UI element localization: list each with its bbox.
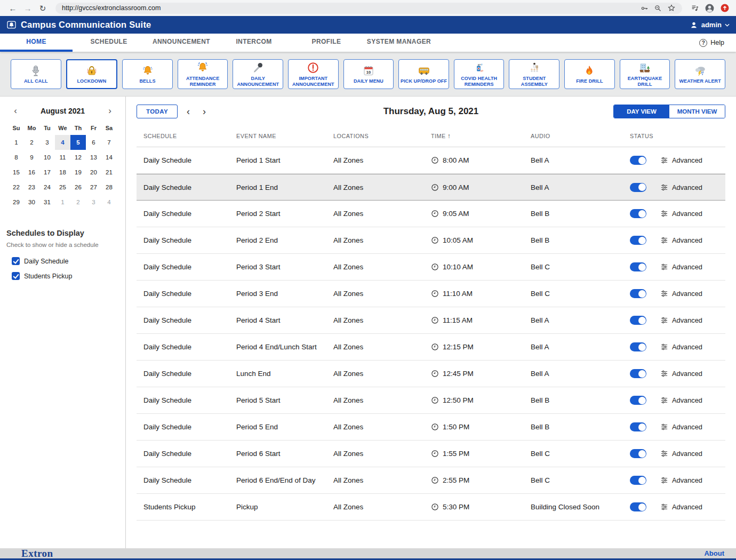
status-toggle[interactable] — [630, 316, 646, 325]
table-row[interactable]: Daily Schedule Period 5 Start All Zones … — [137, 387, 725, 414]
status-toggle[interactable] — [630, 342, 646, 351]
status-toggle[interactable] — [630, 449, 646, 458]
quick-action-weather-alert[interactable]: WEATHER ALERT — [675, 59, 725, 89]
tab-profile[interactable]: PROFILE — [290, 34, 363, 52]
advanced-link[interactable]: Advanced — [660, 343, 702, 351]
table-row[interactable]: Students Pickup Pickup All Zones 5:30 PM… — [137, 494, 725, 521]
quick-action-daily-menu[interactable]: 10 DAILY MENU — [343, 59, 394, 89]
calendar-day[interactable]: 8 — [9, 150, 24, 165]
calendar-day[interactable]: 3 — [86, 195, 101, 210]
checkbox-checked-icon[interactable] — [12, 257, 20, 265]
calendar-day[interactable]: 1 — [55, 195, 70, 210]
status-toggle[interactable] — [630, 289, 646, 298]
tab-announcement[interactable]: ANNOUNCEMENT — [145, 34, 218, 52]
advanced-link[interactable]: Advanced — [660, 183, 702, 191]
table-row[interactable]: Daily Schedule Period 6 Start All Zones … — [137, 441, 725, 467]
calendar-day[interactable]: 3 — [39, 135, 55, 150]
calendar-day[interactable]: 20 — [86, 165, 101, 180]
view-button-day-view[interactable]: DAY VIEW — [614, 105, 669, 118]
quick-action-all-call[interactable]: ALL CALL — [11, 59, 61, 89]
bookmark-star-icon[interactable] — [667, 4, 676, 12]
calendar-day[interactable]: 1 — [9, 135, 24, 150]
table-row[interactable]: Daily Schedule Period 4 End/Lunch Start … — [137, 334, 725, 361]
calendar-day[interactable]: 31 — [39, 195, 55, 210]
tab-schedule[interactable]: SCHEDULE — [73, 34, 145, 52]
calendar-day[interactable]: 23 — [24, 180, 39, 195]
browser-back-icon[interactable]: ← — [6, 4, 19, 12]
calendar-day[interactable]: 2 — [24, 135, 39, 150]
table-row[interactable]: Daily Schedule Period 5 End All Zones 1:… — [137, 414, 725, 441]
view-button-month-view[interactable]: MONTH VIEW — [669, 105, 725, 118]
table-row[interactable]: Daily Schedule Lunch End All Zones 12:45… — [137, 361, 725, 387]
status-toggle[interactable] — [630, 156, 646, 165]
calendar-day[interactable]: 22 — [9, 180, 24, 195]
calendar-day[interactable]: 27 — [86, 180, 101, 195]
calendar-day[interactable]: 10 — [39, 150, 55, 165]
status-toggle[interactable] — [630, 183, 646, 192]
quick-action-daily-announcement[interactable]: DAILY ANNOUNCEMENT — [233, 59, 283, 89]
calendar-day[interactable]: 21 — [101, 165, 117, 180]
url-text[interactable]: http://gvccs/extronclassroom.com — [62, 4, 635, 12]
advanced-link[interactable]: Advanced — [660, 450, 702, 458]
calendar-day[interactable]: 17 — [39, 165, 55, 180]
calendar-day[interactable]: 4 — [55, 135, 70, 150]
column-header-locations[interactable]: LOCATIONS — [333, 133, 431, 139]
column-header-audio[interactable]: AUDIO — [531, 133, 630, 139]
tab-home[interactable]: HOME — [0, 34, 73, 52]
browser-forward-icon[interactable]: → — [21, 4, 34, 12]
help-button[interactable]: ? Help — [699, 34, 736, 52]
status-toggle[interactable] — [630, 502, 646, 511]
checkbox-checked-icon[interactable] — [12, 272, 20, 280]
calendar-day[interactable]: 18 — [55, 165, 70, 180]
advanced-link[interactable]: Advanced — [660, 156, 702, 164]
browser-profile-avatar[interactable] — [705, 3, 715, 13]
today-button[interactable]: TODAY — [137, 105, 178, 118]
schedule-visibility-students-pickup[interactable]: Students Pickup — [12, 272, 119, 280]
calendar-day[interactable]: 15 — [9, 165, 24, 180]
calendar-day[interactable]: 28 — [101, 180, 117, 195]
calendar-day[interactable]: 2 — [70, 195, 86, 210]
table-row[interactable]: Daily Schedule Period 2 End All Zones 10… — [137, 227, 725, 254]
user-menu[interactable]: admin — [690, 21, 730, 29]
calendar-day[interactable]: 26 — [70, 180, 86, 195]
quick-action-fire-drill[interactable]: FIRE DRILL — [564, 59, 615, 89]
address-bar[interactable]: http://gvccs/extronclassroom.com — [55, 3, 682, 14]
calendar-day[interactable]: 24 — [39, 180, 55, 195]
quick-action-student-assembly[interactable]: STUDENT ASSEMBLY — [509, 59, 559, 89]
calendar-day[interactable]: 12 — [70, 150, 86, 165]
zoom-out-icon[interactable] — [654, 4, 662, 12]
browser-refresh-icon[interactable]: ↻ — [36, 4, 49, 12]
column-header-time[interactable]: TIME↑ — [431, 132, 531, 140]
calendar-day[interactable]: 14 — [101, 150, 117, 165]
calendar-day[interactable]: 30 — [24, 195, 39, 210]
key-icon[interactable] — [641, 4, 649, 12]
status-toggle[interactable] — [630, 396, 646, 405]
advanced-link[interactable]: Advanced — [660, 476, 702, 484]
table-row[interactable]: Daily Schedule Period 3 Start All Zones … — [137, 254, 725, 281]
advanced-link[interactable]: Advanced — [660, 263, 702, 271]
status-toggle[interactable] — [630, 209, 646, 218]
advanced-link[interactable]: Advanced — [660, 503, 702, 511]
calendar-day[interactable]: 29 — [9, 195, 24, 210]
advanced-link[interactable]: Advanced — [660, 210, 702, 218]
browser-update-icon[interactable] — [720, 3, 730, 13]
about-link[interactable]: About — [704, 549, 724, 557]
calendar-day[interactable]: 25 — [55, 180, 70, 195]
status-toggle[interactable] — [630, 236, 646, 245]
advanced-link[interactable]: Advanced — [660, 396, 702, 404]
status-toggle[interactable] — [630, 262, 646, 271]
quick-action-important-announcement[interactable]: IMPORTANT ANNOUNCEMENT — [288, 59, 339, 89]
quick-action-bells[interactable]: BELLS — [122, 59, 173, 89]
media-controls-icon[interactable] — [691, 4, 699, 12]
column-header-event-name[interactable]: EVENT NAME — [236, 133, 333, 139]
calendar-day[interactable]: 13 — [86, 150, 101, 165]
advanced-link[interactable]: Advanced — [660, 236, 702, 244]
calendar-day[interactable]: 9 — [24, 150, 39, 165]
advanced-link[interactable]: Advanced — [660, 290, 702, 298]
advanced-link[interactable]: Advanced — [660, 370, 702, 378]
calendar-day[interactable]: 11 — [55, 150, 70, 165]
column-header-status[interactable]: STATUS — [630, 133, 725, 139]
status-toggle[interactable] — [630, 369, 646, 378]
quick-action-covid-health-reminders[interactable]: COVID HEALTH REMINDERS — [454, 59, 505, 89]
table-row[interactable]: Daily Schedule Period 1 End All Zones 9:… — [137, 174, 725, 201]
